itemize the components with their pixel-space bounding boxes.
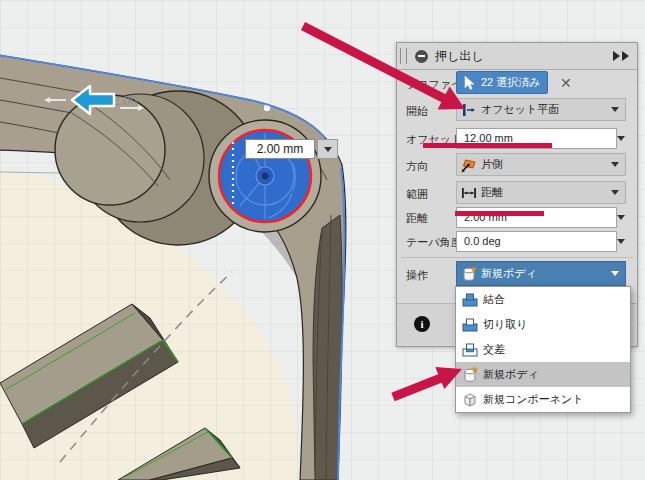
chevron-down-icon	[324, 147, 332, 152]
operation-dropdown-list: 結合 切り取り 交差 新規ボディ	[455, 286, 631, 413]
info-icon[interactable]: i	[414, 316, 430, 332]
chevron-down-icon	[611, 162, 619, 167]
direction-value: 片側	[481, 157, 503, 172]
dropdown-item-label: 結合	[483, 292, 505, 307]
dropdown-item-intersect[interactable]: 交差	[456, 337, 630, 362]
app-window: 2.00 2.00 mm 押し出し プロファイル	[0, 0, 645, 480]
start-label: 開始	[406, 104, 428, 119]
dropdown-item-cut[interactable]: 切り取り	[456, 312, 630, 337]
dropdown-item-label: 新規コンポーネント	[483, 392, 584, 407]
distance-label: 距離	[406, 211, 428, 226]
chevron-down-icon[interactable]	[617, 215, 625, 220]
chevron-down-icon	[611, 107, 619, 112]
dropdown-item-label: 交差	[483, 342, 505, 357]
chevron-down-icon	[611, 271, 619, 276]
offset-input[interactable]: 12.00 mm	[456, 128, 617, 149]
divider	[401, 257, 633, 258]
boolean-intersect-icon	[462, 342, 478, 358]
extent-label: 範囲	[406, 187, 428, 202]
drag-grip-icon[interactable]	[400, 48, 407, 64]
boolean-join-icon	[462, 292, 478, 308]
operation-label: 操作	[406, 268, 428, 283]
operation-combo[interactable]: 新規ボディ	[456, 261, 626, 286]
new-body-icon	[461, 266, 477, 282]
profile-selection-button[interactable]: 22 選択済み	[456, 71, 548, 94]
chevron-down-icon[interactable]	[617, 136, 625, 141]
start-value: オフセット平面	[481, 102, 559, 117]
clear-selection-button[interactable]: ✕	[560, 73, 572, 93]
double-arrow-icon[interactable]	[611, 51, 629, 61]
dialog-titlebar[interactable]: 押し出し	[397, 43, 637, 70]
extent-combo[interactable]: 距離	[456, 181, 626, 204]
dropdown-item-new-body[interactable]: 新規ボディ	[456, 362, 630, 387]
direction-label: 方向	[406, 159, 428, 174]
offset-plane-icon	[461, 102, 477, 118]
dropdown-item-new-component[interactable]: 新規コンポーネント	[456, 387, 630, 412]
right-boss-cylinder[interactable]	[209, 120, 321, 232]
taper-label: テーパ角度	[406, 235, 462, 250]
distance-extent-icon	[461, 185, 477, 201]
chevron-down-icon[interactable]	[617, 239, 625, 244]
dialog-title: 押し出し	[435, 48, 484, 65]
cursor-icon	[461, 75, 477, 91]
offset-label: オフセット	[406, 132, 462, 147]
inline-input-dropdown-button[interactable]	[317, 139, 338, 159]
dropdown-item-join[interactable]: 結合	[456, 287, 630, 312]
manipulator-ghost-value: 2.00	[112, 93, 137, 108]
chevron-down-icon	[611, 190, 619, 195]
start-combo[interactable]: オフセット平面	[456, 98, 626, 121]
distance-input[interactable]: 2.00 mm	[456, 207, 617, 228]
boolean-cut-icon	[462, 317, 478, 333]
extent-value: 距離	[481, 185, 503, 200]
viewport-dimension-input-group: 2.00 mm	[245, 139, 338, 159]
collapse-icon[interactable]	[415, 50, 428, 63]
dropdown-item-label: 切り取り	[483, 317, 528, 332]
direction-combo[interactable]: 片側	[456, 153, 626, 176]
one-side-icon	[461, 157, 477, 173]
profile-selection-count: 22 選択済み	[481, 75, 541, 90]
operation-value: 新規ボディ	[481, 266, 537, 281]
new-component-icon	[462, 392, 478, 408]
new-body-icon	[462, 367, 478, 383]
taper-input[interactable]: 0.0 deg	[456, 231, 617, 252]
dropdown-item-label: 新規ボディ	[483, 367, 539, 382]
distance-inline-input[interactable]: 2.00 mm	[245, 139, 315, 159]
